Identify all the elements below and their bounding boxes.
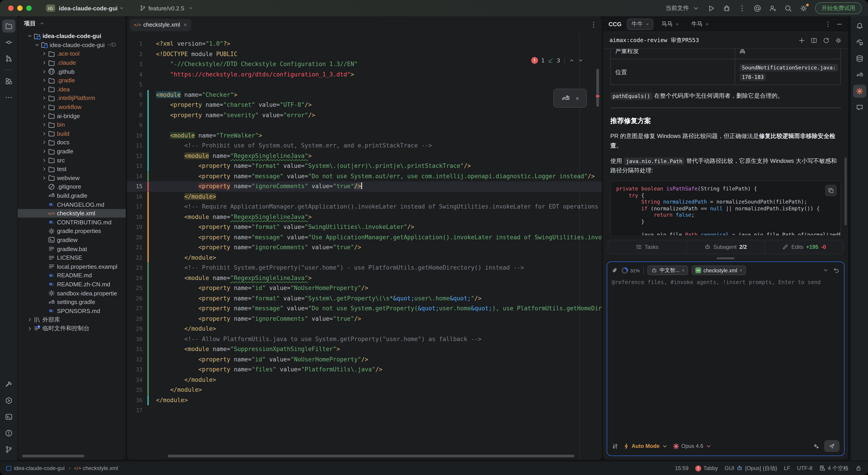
editor-line[interactable]: 34 </module> — [127, 375, 602, 385]
line-ending-selector[interactable]: LF — [784, 465, 790, 471]
panel-options-kebab-icon[interactable] — [825, 21, 831, 27]
chat-input-placeholder[interactable]: @reference files, #invoke agents, !inser… — [612, 279, 839, 286]
editor-line[interactable]: 4 "https://checkstyle.org/dtds/configura… — [127, 69, 602, 80]
editor-line[interactable]: 33 <property name="files" value="Platfor… — [127, 365, 602, 375]
editor-line[interactable]: 22 </module> — [127, 253, 602, 263]
minimize-window-button[interactable] — [17, 5, 23, 11]
breadcrumb-project[interactable]: idea-claude-code-gui — [14, 465, 65, 471]
tree-item[interactable]: .gitignore — [18, 182, 126, 191]
tool-database-button[interactable] — [853, 52, 866, 65]
copy-code-button[interactable] — [825, 184, 837, 196]
editor-line[interactable]: 27 <property name="message" value="Do no… — [127, 303, 602, 314]
close-tab-icon[interactable]: × — [676, 21, 679, 27]
indent-selector[interactable]: 4 个空格 — [819, 464, 848, 472]
editor-line[interactable]: 36</module> — [127, 395, 602, 405]
resize-handle[interactable] — [717, 258, 735, 259]
tree-item[interactable]: idea-claude-code-gui~/D — [18, 40, 126, 49]
editor-line[interactable]: 18 <module name="RegexpSinglelineJava"> — [127, 212, 602, 222]
close-tab-icon[interactable]: × — [184, 22, 187, 28]
ccg-tab-马马[interactable]: 马马× — [657, 18, 683, 30]
tool-problems-button[interactable] — [2, 426, 15, 440]
tasks-tab[interactable]: Tasks — [608, 240, 686, 254]
editor-line[interactable]: 11 <!-- Prohibit use of System.out, Syst… — [127, 141, 602, 151]
zoom-window-button[interactable] — [26, 5, 32, 11]
sliders-icon[interactable] — [612, 443, 618, 449]
remove-chip-icon[interactable]: × — [682, 268, 684, 273]
tool-comment-button[interactable] — [853, 101, 866, 114]
editor-line[interactable]: 25 <property name="id" value="NoUserHome… — [127, 283, 602, 293]
split-view-icon[interactable] — [811, 37, 817, 43]
editor-line[interactable]: 14 <property name="message" value="Do no… — [127, 171, 602, 181]
tree-item[interactable]: LICENSE — [18, 253, 126, 262]
tree-chevron-right-icon[interactable] — [41, 104, 48, 110]
tree-item[interactable]: M↓CHANGELOG.md — [18, 200, 126, 209]
context-chip-中文智...[interactable]: 中文智...× — [647, 266, 688, 275]
editor-line[interactable]: 21 <property name="ignoreComments" value… — [127, 242, 602, 253]
editor-line[interactable]: 5 — [127, 80, 602, 90]
editor-body[interactable]: 1<?xml version="1.0"?>2<!DOCTYPE module … — [127, 33, 602, 459]
editor-line[interactable]: 24 <module name="RegexpSinglelineJava"> — [127, 273, 602, 283]
tool-branch-button[interactable] — [2, 443, 15, 456]
editor-line[interactable]: 7 <property name="charset" value="UTF-8"… — [127, 100, 602, 110]
collapse-chevron-icon[interactable] — [823, 267, 829, 273]
tree-chevron-right-icon[interactable] — [41, 175, 48, 181]
tree-item[interactable]: local.properties.exampl — [18, 262, 126, 271]
tree-item[interactable]: .gradle — [18, 76, 126, 85]
lock-icon[interactable] — [855, 465, 862, 471]
breadcrumb[interactable]: idea-claude-code-gui </> checkstyle.xml — [6, 465, 118, 471]
start-free-trial-button[interactable]: 开始免费试用 — [815, 2, 862, 14]
project-panel-header[interactable]: 项目 — [18, 16, 126, 31]
tool-pr-button[interactable] — [2, 52, 15, 65]
tool-commit-button[interactable] — [2, 36, 15, 49]
editor-line[interactable]: 37 — [127, 405, 602, 416]
editor-tab-checkstyle[interactable]: </> checkstyle.xml × — [130, 19, 191, 31]
send-button[interactable] — [824, 440, 839, 452]
tree-item[interactable]: src — [18, 156, 126, 165]
editor-line[interactable]: 9 — [127, 120, 602, 130]
tool-aichat-button[interactable] — [853, 36, 866, 49]
tree-item[interactable]: M↓SPONSORS.md — [18, 306, 126, 315]
editor-line[interactable]: 29 </module> — [127, 324, 602, 334]
debug-button[interactable] — [723, 4, 731, 12]
gradle-sync-icon[interactable] — [561, 94, 570, 103]
new-session-plus-icon[interactable] — [798, 37, 805, 43]
close-window-button[interactable] — [8, 5, 13, 11]
tree-item[interactable]: gradle.properties — [18, 227, 126, 235]
prev-problem-button[interactable] — [569, 57, 575, 63]
mention-icon[interactable] — [754, 4, 761, 12]
tree-chevron-right-icon[interactable] — [41, 157, 48, 163]
editor-line[interactable]: 19 <property name="format" value="SwingU… — [127, 222, 602, 232]
project-name[interactable]: idea-claude-code-gui — [59, 5, 118, 11]
tool-bell-button[interactable] — [853, 20, 866, 33]
tree-item[interactable]: docs — [18, 138, 126, 147]
error-stripe-mark[interactable] — [596, 95, 599, 97]
tree-chevron-right-icon[interactable] — [41, 86, 48, 92]
editor-line[interactable]: 31 <module name="SuppressionXpathSingleF… — [127, 344, 602, 354]
history-icon[interactable] — [823, 37, 830, 43]
mode-selector[interactable]: Auto Mode — [623, 443, 668, 449]
editor-line[interactable]: 13 <property name="format" value="System… — [127, 161, 602, 171]
close-icon[interactable]: × — [576, 95, 579, 101]
context-chip-checkstyle.xml[interactable]: <>checkstyle.xml× — [692, 266, 746, 275]
tree-item[interactable]: .intellijPlatform — [18, 94, 126, 102]
edits-tab[interactable]: Edits +195 -0 — [765, 240, 843, 254]
tree-item[interactable]: .claude — [18, 58, 126, 67]
tool-terminal-button[interactable] — [2, 410, 15, 423]
git-branch-widget[interactable]: feature/v0.2.5 — [140, 5, 193, 11]
editor-line[interactable]: 6<module name="Checker"> — [127, 90, 602, 100]
tree-chevron-down-icon[interactable] — [34, 42, 40, 48]
editor-line[interactable]: 8 <property name="severity" value="error… — [127, 110, 602, 120]
tree-chevron-right-icon[interactable] — [27, 326, 33, 332]
tree-chevron-right-icon[interactable] — [27, 317, 33, 323]
close-tab-icon[interactable]: × — [646, 21, 649, 27]
tree-chevron-right-icon[interactable] — [41, 140, 48, 145]
tree-chevron-down-icon[interactable] — [27, 33, 33, 39]
location-value[interactable]: SoundNotificationService.java:178-183 — [740, 64, 838, 81]
review-content[interactable]: 严重程度 高 位置 SoundNotificationService.java:… — [603, 49, 848, 235]
tree-item[interactable]: 外部库 — [18, 315, 126, 324]
tree-chevron-right-icon[interactable] — [41, 95, 48, 101]
editor-line[interactable]: 30 <!-- Allow PlatformUtils.java to use … — [127, 334, 602, 344]
settings-gear-button[interactable] — [800, 4, 807, 12]
editor-line[interactable]: 23 <!-- Prohibit System.getProperty("use… — [127, 263, 602, 273]
tree-horizontal-scrollbar[interactable] — [22, 455, 85, 457]
